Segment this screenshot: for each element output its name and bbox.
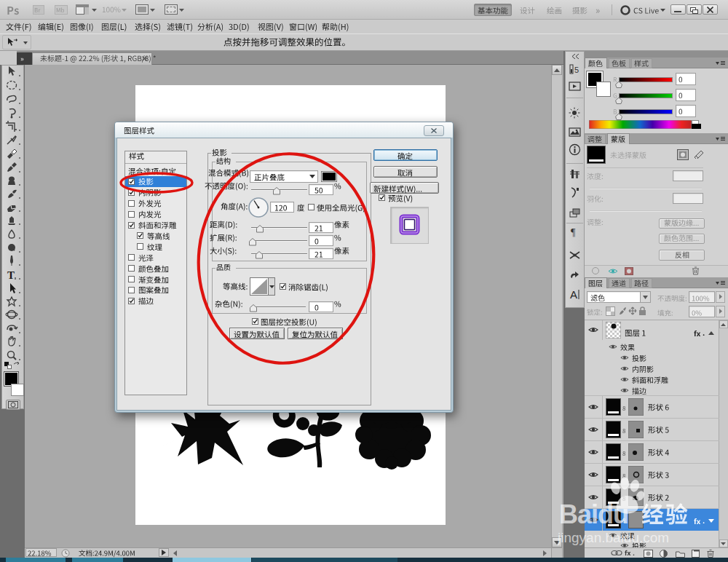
svg-text:5: 5 [574, 66, 579, 74]
svg-text:T: T [7, 269, 15, 281]
svg-text:¶: ¶ [571, 227, 576, 238]
svg-text:A: A [570, 288, 577, 301]
